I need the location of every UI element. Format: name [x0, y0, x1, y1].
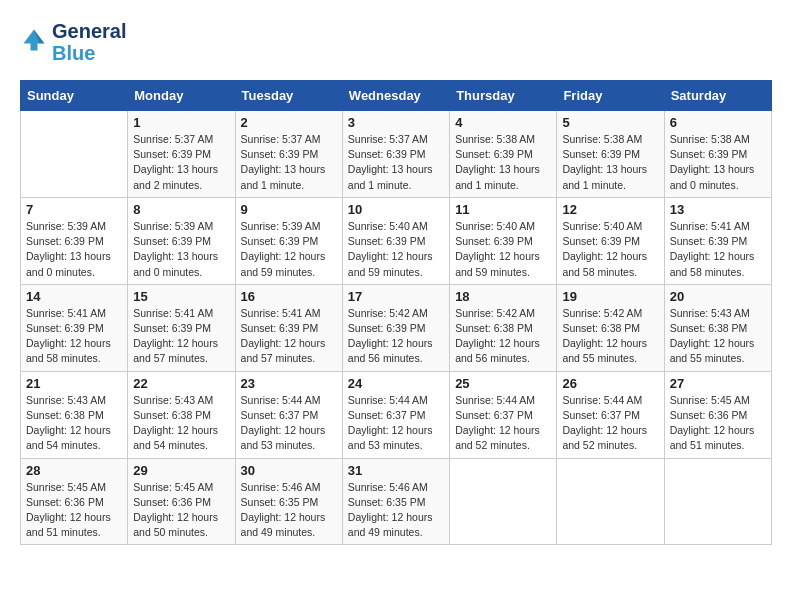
day-number: 8: [133, 202, 229, 217]
day-info: Sunrise: 5:37 AM Sunset: 6:39 PM Dayligh…: [133, 132, 229, 193]
weekday-header: Tuesday: [235, 81, 342, 111]
weekday-header: Sunday: [21, 81, 128, 111]
calendar-cell: 11Sunrise: 5:40 AM Sunset: 6:39 PM Dayli…: [450, 197, 557, 284]
calendar-week: 28Sunrise: 5:45 AM Sunset: 6:36 PM Dayli…: [21, 458, 772, 545]
calendar-cell: 21Sunrise: 5:43 AM Sunset: 6:38 PM Dayli…: [21, 371, 128, 458]
calendar-cell: 1Sunrise: 5:37 AM Sunset: 6:39 PM Daylig…: [128, 111, 235, 198]
day-number: 12: [562, 202, 658, 217]
day-number: 17: [348, 289, 444, 304]
day-info: Sunrise: 5:39 AM Sunset: 6:39 PM Dayligh…: [26, 219, 122, 280]
weekday-header: Wednesday: [342, 81, 449, 111]
day-info: Sunrise: 5:41 AM Sunset: 6:39 PM Dayligh…: [670, 219, 766, 280]
day-info: Sunrise: 5:43 AM Sunset: 6:38 PM Dayligh…: [26, 393, 122, 454]
calendar-cell: 18Sunrise: 5:42 AM Sunset: 6:38 PM Dayli…: [450, 284, 557, 371]
day-number: 16: [241, 289, 337, 304]
calendar-cell: [664, 458, 771, 545]
day-info: Sunrise: 5:40 AM Sunset: 6:39 PM Dayligh…: [455, 219, 551, 280]
day-number: 13: [670, 202, 766, 217]
day-info: Sunrise: 5:44 AM Sunset: 6:37 PM Dayligh…: [241, 393, 337, 454]
calendar-cell: 13Sunrise: 5:41 AM Sunset: 6:39 PM Dayli…: [664, 197, 771, 284]
day-info: Sunrise: 5:45 AM Sunset: 6:36 PM Dayligh…: [26, 480, 122, 541]
day-info: Sunrise: 5:37 AM Sunset: 6:39 PM Dayligh…: [241, 132, 337, 193]
weekday-header: Monday: [128, 81, 235, 111]
day-info: Sunrise: 5:43 AM Sunset: 6:38 PM Dayligh…: [670, 306, 766, 367]
calendar-cell: 17Sunrise: 5:42 AM Sunset: 6:39 PM Dayli…: [342, 284, 449, 371]
calendar-cell: 10Sunrise: 5:40 AM Sunset: 6:39 PM Dayli…: [342, 197, 449, 284]
calendar-week: 7Sunrise: 5:39 AM Sunset: 6:39 PM Daylig…: [21, 197, 772, 284]
weekday-header: Thursday: [450, 81, 557, 111]
calendar-cell: 24Sunrise: 5:44 AM Sunset: 6:37 PM Dayli…: [342, 371, 449, 458]
day-info: Sunrise: 5:38 AM Sunset: 6:39 PM Dayligh…: [562, 132, 658, 193]
calendar-week: 14Sunrise: 5:41 AM Sunset: 6:39 PM Dayli…: [21, 284, 772, 371]
calendar-cell: 9Sunrise: 5:39 AM Sunset: 6:39 PM Daylig…: [235, 197, 342, 284]
day-number: 5: [562, 115, 658, 130]
calendar-cell: 26Sunrise: 5:44 AM Sunset: 6:37 PM Dayli…: [557, 371, 664, 458]
calendar-cell: 4Sunrise: 5:38 AM Sunset: 6:39 PM Daylig…: [450, 111, 557, 198]
day-number: 27: [670, 376, 766, 391]
calendar-cell: 12Sunrise: 5:40 AM Sunset: 6:39 PM Dayli…: [557, 197, 664, 284]
calendar-week: 1Sunrise: 5:37 AM Sunset: 6:39 PM Daylig…: [21, 111, 772, 198]
calendar-cell: 6Sunrise: 5:38 AM Sunset: 6:39 PM Daylig…: [664, 111, 771, 198]
calendar-cell: 28Sunrise: 5:45 AM Sunset: 6:36 PM Dayli…: [21, 458, 128, 545]
day-info: Sunrise: 5:39 AM Sunset: 6:39 PM Dayligh…: [133, 219, 229, 280]
day-info: Sunrise: 5:43 AM Sunset: 6:38 PM Dayligh…: [133, 393, 229, 454]
day-info: Sunrise: 5:40 AM Sunset: 6:39 PM Dayligh…: [562, 219, 658, 280]
day-number: 11: [455, 202, 551, 217]
day-number: 24: [348, 376, 444, 391]
calendar-cell: 31Sunrise: 5:46 AM Sunset: 6:35 PM Dayli…: [342, 458, 449, 545]
day-number: 22: [133, 376, 229, 391]
calendar-week: 21Sunrise: 5:43 AM Sunset: 6:38 PM Dayli…: [21, 371, 772, 458]
logo-icon: [20, 26, 48, 54]
logo: General Blue: [20, 20, 126, 64]
day-number: 30: [241, 463, 337, 478]
calendar-cell: 19Sunrise: 5:42 AM Sunset: 6:38 PM Dayli…: [557, 284, 664, 371]
day-number: 31: [348, 463, 444, 478]
day-number: 25: [455, 376, 551, 391]
day-number: 14: [26, 289, 122, 304]
calendar-cell: 25Sunrise: 5:44 AM Sunset: 6:37 PM Dayli…: [450, 371, 557, 458]
day-info: Sunrise: 5:41 AM Sunset: 6:39 PM Dayligh…: [133, 306, 229, 367]
calendar-table: SundayMondayTuesdayWednesdayThursdayFrid…: [20, 80, 772, 545]
day-info: Sunrise: 5:44 AM Sunset: 6:37 PM Dayligh…: [562, 393, 658, 454]
day-number: 2: [241, 115, 337, 130]
calendar-cell: 7Sunrise: 5:39 AM Sunset: 6:39 PM Daylig…: [21, 197, 128, 284]
day-info: Sunrise: 5:41 AM Sunset: 6:39 PM Dayligh…: [241, 306, 337, 367]
day-number: 4: [455, 115, 551, 130]
day-info: Sunrise: 5:46 AM Sunset: 6:35 PM Dayligh…: [241, 480, 337, 541]
weekday-header: Saturday: [664, 81, 771, 111]
day-number: 20: [670, 289, 766, 304]
calendar-cell: 23Sunrise: 5:44 AM Sunset: 6:37 PM Dayli…: [235, 371, 342, 458]
calendar-header: SundayMondayTuesdayWednesdayThursdayFrid…: [21, 81, 772, 111]
day-number: 28: [26, 463, 122, 478]
day-info: Sunrise: 5:37 AM Sunset: 6:39 PM Dayligh…: [348, 132, 444, 193]
calendar-cell: 29Sunrise: 5:45 AM Sunset: 6:36 PM Dayli…: [128, 458, 235, 545]
day-number: 7: [26, 202, 122, 217]
calendar-cell: 15Sunrise: 5:41 AM Sunset: 6:39 PM Dayli…: [128, 284, 235, 371]
day-number: 9: [241, 202, 337, 217]
calendar-cell: 5Sunrise: 5:38 AM Sunset: 6:39 PM Daylig…: [557, 111, 664, 198]
day-info: Sunrise: 5:46 AM Sunset: 6:35 PM Dayligh…: [348, 480, 444, 541]
day-number: 6: [670, 115, 766, 130]
page-header: General Blue: [20, 20, 772, 64]
day-number: 19: [562, 289, 658, 304]
day-info: Sunrise: 5:45 AM Sunset: 6:36 PM Dayligh…: [670, 393, 766, 454]
day-info: Sunrise: 5:42 AM Sunset: 6:38 PM Dayligh…: [562, 306, 658, 367]
day-info: Sunrise: 5:40 AM Sunset: 6:39 PM Dayligh…: [348, 219, 444, 280]
day-info: Sunrise: 5:45 AM Sunset: 6:36 PM Dayligh…: [133, 480, 229, 541]
calendar-cell: 2Sunrise: 5:37 AM Sunset: 6:39 PM Daylig…: [235, 111, 342, 198]
day-number: 3: [348, 115, 444, 130]
calendar-cell: 16Sunrise: 5:41 AM Sunset: 6:39 PM Dayli…: [235, 284, 342, 371]
calendar-cell: 22Sunrise: 5:43 AM Sunset: 6:38 PM Dayli…: [128, 371, 235, 458]
calendar-cell: [450, 458, 557, 545]
logo-text: General Blue: [52, 20, 126, 64]
weekday-header: Friday: [557, 81, 664, 111]
day-number: 10: [348, 202, 444, 217]
day-number: 1: [133, 115, 229, 130]
calendar-cell: [557, 458, 664, 545]
day-number: 29: [133, 463, 229, 478]
day-number: 18: [455, 289, 551, 304]
calendar-cell: 3Sunrise: 5:37 AM Sunset: 6:39 PM Daylig…: [342, 111, 449, 198]
day-info: Sunrise: 5:42 AM Sunset: 6:38 PM Dayligh…: [455, 306, 551, 367]
day-info: Sunrise: 5:44 AM Sunset: 6:37 PM Dayligh…: [348, 393, 444, 454]
day-number: 23: [241, 376, 337, 391]
